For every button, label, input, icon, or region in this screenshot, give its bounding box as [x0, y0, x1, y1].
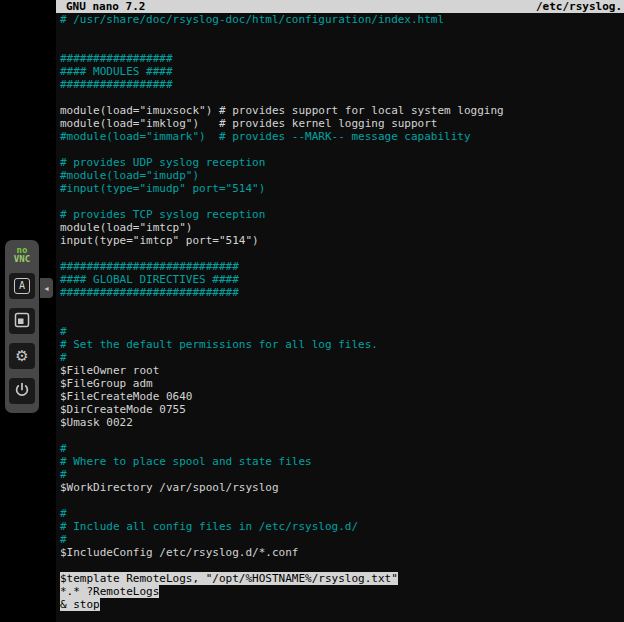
terminal-line: #### MODULES #### — [60, 65, 624, 78]
terminal-line: $FileGroup adm — [60, 377, 624, 390]
terminal-line: # provides UDP syslog reception — [60, 156, 624, 169]
terminal-line: #### GLOBAL DIRECTIVES #### — [60, 273, 624, 286]
novnc-logo-text-vnc: VNC — [14, 255, 30, 264]
terminal-line — [60, 299, 624, 312]
terminal-line: # — [60, 533, 624, 546]
terminal-line: $DirCreateMode 0755 — [60, 403, 624, 416]
terminal-line: input(type="imtcp" port="514") — [60, 234, 624, 247]
fullscreen-icon — [14, 312, 30, 331]
terminal-line: #module(load="immark") # provides --MARK… — [60, 130, 624, 143]
keyboard-a-icon: A — [14, 278, 30, 294]
terminal-line: # /usr/share/doc/rsyslog-doc/html/config… — [60, 13, 624, 26]
nano-version-label: GNU nano 7.2 — [66, 0, 145, 13]
terminal-line: # Include all config files in /etc/rsysl… — [60, 520, 624, 533]
vnc-background-strip: no VNC A ⚙ — [0, 0, 56, 622]
terminal-line: module(load="imklog") # provides kernel … — [60, 117, 624, 130]
power-icon — [14, 382, 30, 401]
terminal-line: module(load="imuxsock") # provides suppo… — [60, 104, 624, 117]
terminal-line: # — [60, 442, 624, 455]
gear-icon: ⚙ — [15, 349, 28, 364]
nano-filename-label: /etc/rsyslog. — [536, 0, 622, 13]
terminal-line: & stop — [60, 598, 624, 611]
terminal-line: $IncludeConfig /etc/rsyslog.d/*.conf — [60, 546, 624, 559]
terminal-line — [60, 559, 624, 572]
terminal-line: $WorkDirectory /var/spool/rsyslog — [60, 481, 624, 494]
terminal-line: #input(type="imudp" port="514") — [60, 182, 624, 195]
novnc-logo: no VNC — [14, 246, 30, 264]
terminal-line: # — [60, 351, 624, 364]
terminal-line — [60, 26, 624, 39]
terminal-line — [60, 143, 624, 156]
terminal-line: $FileOwner root — [60, 364, 624, 377]
terminal-line: # — [60, 468, 624, 481]
nano-editor-terminal[interactable]: GNU nano 7.2 /etc/rsyslog. # /usr/share/… — [56, 0, 624, 622]
terminal-line: ########################### — [60, 286, 624, 299]
terminal-line: *.* ?RemoteLogs — [60, 585, 624, 598]
terminal-line: # — [60, 325, 624, 338]
nano-titlebar: GNU nano 7.2 /etc/rsyslog. — [56, 0, 624, 13]
control-bar-collapse-handle[interactable]: ◂ — [40, 278, 53, 298]
terminal-line: # Set the default permissions for all lo… — [60, 338, 624, 351]
terminal-line: # — [60, 507, 624, 520]
terminal-line — [60, 429, 624, 442]
terminal-line: $FileCreateMode 0640 — [60, 390, 624, 403]
terminal-line: module(load="imtcp") — [60, 221, 624, 234]
power-button[interactable] — [9, 378, 35, 404]
terminal-line: ########################### — [60, 260, 624, 273]
settings-button[interactable]: ⚙ — [9, 343, 35, 369]
novnc-control-bar: no VNC A ⚙ — [5, 240, 39, 413]
terminal-line — [60, 195, 624, 208]
terminal-line — [60, 312, 624, 325]
editor-content: # /usr/share/doc/rsyslog-doc/html/config… — [56, 13, 624, 611]
vnc-screen: no VNC A ⚙ — [0, 0, 624, 622]
terminal-line: # Where to place spool and state files — [60, 455, 624, 468]
terminal-line — [60, 247, 624, 260]
terminal-line: ################# — [60, 52, 624, 65]
terminal-line — [60, 91, 624, 104]
extra-keys-button[interactable]: A — [9, 273, 35, 299]
terminal-line: $template RemoteLogs, "/opt/%HOSTNAME%/r… — [60, 572, 624, 585]
terminal-line — [60, 494, 624, 507]
terminal-line: #module(load="imudp") — [60, 169, 624, 182]
chevron-left-icon: ◂ — [44, 284, 48, 293]
terminal-line: $Umask 0022 — [60, 416, 624, 429]
terminal-line: # provides TCP syslog reception — [60, 208, 624, 221]
terminal-line — [60, 39, 624, 52]
fullscreen-button[interactable] — [9, 308, 35, 334]
terminal-line: ################# — [60, 78, 624, 91]
